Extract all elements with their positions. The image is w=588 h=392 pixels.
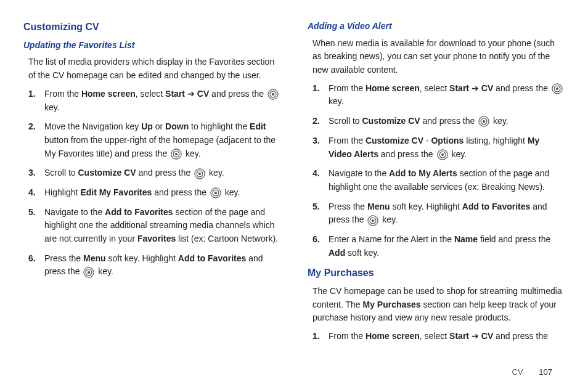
text: , select bbox=[136, 89, 165, 99]
step-body: Scroll to Customize CV and press the key… bbox=[44, 166, 280, 180]
list-item: 6. Press the Menu soft key. Highlight Ad… bbox=[28, 252, 280, 279]
text: and press the bbox=[378, 149, 436, 159]
text-bold: Home screen bbox=[365, 83, 420, 93]
text: Press the bbox=[44, 253, 83, 263]
text: Enter a Name for the Alert in the bbox=[329, 234, 454, 244]
text-bold: Edit bbox=[250, 121, 266, 131]
heading-my-purchases: My Purchases bbox=[308, 266, 565, 281]
step-number: 1. bbox=[28, 88, 44, 114]
step-body: From the Home screen, select Start ➔ CV … bbox=[44, 88, 280, 114]
list-item: 5. Press the Menu soft key. Highlight Ad… bbox=[312, 200, 565, 227]
list-item: 3. Scroll to Customize CV and press the … bbox=[28, 166, 280, 180]
list-item: 4. Navigate to the Add to My Alerts sect… bbox=[312, 167, 565, 194]
text-bold: Add to Favorites bbox=[178, 253, 246, 263]
text: Scroll to bbox=[329, 116, 362, 126]
ok-key-icon bbox=[194, 168, 205, 179]
text-bold: My Purchases bbox=[362, 300, 420, 309]
step-number: 6. bbox=[312, 233, 329, 259]
text: Move the Navigation key bbox=[44, 121, 141, 131]
step-number: 4. bbox=[312, 167, 329, 194]
ok-key-icon bbox=[267, 89, 279, 100]
text-bold: CV bbox=[481, 83, 493, 93]
list-item: 6. Enter a Name for the Alert in the Nam… bbox=[312, 233, 565, 259]
text-bold: Menu bbox=[83, 253, 106, 263]
text-bold: Favorites bbox=[137, 234, 176, 243]
text-bold: CV bbox=[481, 331, 493, 341]
text-bold: Customize CV bbox=[78, 168, 136, 178]
text: key. bbox=[223, 187, 240, 197]
text: From the bbox=[329, 136, 365, 145]
text: soft key. Highlight bbox=[106, 253, 178, 263]
step-body: Move the Navigation key Up or Down to hi… bbox=[44, 120, 280, 160]
text: Scroll to bbox=[44, 168, 78, 178]
text: soft key. bbox=[345, 248, 379, 258]
step-body: Navigate to the Add to Favorites section… bbox=[44, 206, 280, 246]
step-body: Highlight Edit My Favorites and press th… bbox=[44, 186, 280, 200]
ok-key-icon bbox=[171, 149, 182, 160]
text: Navigate to the bbox=[329, 168, 389, 178]
text: From the bbox=[329, 331, 365, 341]
text: field and press the bbox=[478, 234, 550, 244]
steps-list-left: 1. From the Home screen, select Start ➔ … bbox=[23, 88, 280, 279]
text: list (ex: Cartoon Network). bbox=[176, 234, 278, 243]
text: and press the bbox=[136, 168, 194, 178]
footer-page-number: 107 bbox=[539, 367, 552, 377]
text-bold: Start bbox=[165, 89, 185, 99]
text: and press the bbox=[493, 83, 550, 93]
step-body: Press the Menu soft key. Highlight Add t… bbox=[44, 252, 280, 279]
text: listing, highlight bbox=[463, 136, 528, 145]
ok-key-icon bbox=[83, 267, 94, 278]
arrow: ➔ bbox=[185, 89, 197, 99]
step-body: From the Home screen, select Start ➔ CV … bbox=[329, 82, 565, 108]
text: , select bbox=[420, 331, 449, 341]
text-bold: Start bbox=[449, 331, 469, 341]
text-bold: Add to Favorites bbox=[462, 202, 530, 211]
arrow: ➔ bbox=[469, 331, 481, 341]
text: and press the bbox=[493, 331, 548, 341]
list-item: 2. Move the Navigation key Up or Down to… bbox=[28, 120, 280, 160]
text: key. bbox=[44, 102, 60, 112]
step-number: 1. bbox=[312, 82, 329, 108]
text: key. bbox=[329, 96, 344, 106]
list-item: 5. Navigate to the Add to Favorites sect… bbox=[28, 206, 280, 246]
text-bold: Add to Favorites bbox=[105, 207, 173, 217]
text-bold: Edit My Favorites bbox=[80, 187, 152, 197]
step-body: Scroll to Customize CV and press the key… bbox=[329, 115, 565, 128]
text: From the bbox=[44, 89, 81, 99]
text: - bbox=[423, 136, 431, 145]
text: key. bbox=[491, 116, 508, 126]
step-number: 2. bbox=[312, 115, 329, 128]
ok-key-icon bbox=[437, 149, 448, 160]
step-number: 1. bbox=[312, 330, 329, 343]
left-column: Customizing CV Updating the Favorites Li… bbox=[23, 20, 280, 349]
step-number: 3. bbox=[312, 134, 329, 161]
text: Press the bbox=[329, 202, 367, 211]
step-body: From the Home screen, select Start ➔ CV … bbox=[329, 330, 565, 343]
text-bold: Start bbox=[449, 83, 469, 93]
list-item: 1. From the Home screen, select Start ➔ … bbox=[312, 330, 565, 343]
subheading-updating-favorites: Updating the Favorites List bbox=[23, 39, 280, 52]
list-item: 3. From the Customize CV - Options listi… bbox=[312, 134, 565, 161]
list-item: 1. From the Home screen, select Start ➔ … bbox=[312, 82, 565, 108]
text-bold: Name bbox=[454, 234, 478, 244]
step-body: Navigate to the Add to My Alerts section… bbox=[329, 167, 565, 194]
arrow: ➔ bbox=[469, 83, 481, 93]
text-bold: Menu bbox=[367, 202, 390, 211]
text-bold: Customize CV bbox=[362, 116, 420, 126]
text-bold: Up bbox=[141, 121, 153, 131]
text: soft key. Highlight bbox=[390, 202, 462, 211]
step-number: 5. bbox=[312, 200, 329, 227]
ok-key-icon bbox=[552, 83, 563, 94]
subheading-adding-video-alert: Adding a Video Alert bbox=[308, 20, 565, 33]
text: and press the bbox=[152, 187, 209, 197]
step-number: 5. bbox=[28, 206, 44, 246]
text: , select bbox=[420, 83, 449, 93]
text-bold: Home screen bbox=[81, 89, 136, 99]
page-columns: Customizing CV Updating the Favorites Li… bbox=[23, 20, 565, 349]
text: From the bbox=[329, 83, 365, 93]
text-bold: Options bbox=[431, 136, 463, 145]
list-item: 2. Scroll to Customize CV and press the … bbox=[312, 115, 565, 128]
steps-list-purchases: 1. From the Home screen, select Start ➔ … bbox=[308, 330, 565, 343]
right-column: Adding a Video Alert When new media is a… bbox=[308, 20, 565, 349]
text: button from the upper-right of the homep… bbox=[44, 135, 276, 158]
